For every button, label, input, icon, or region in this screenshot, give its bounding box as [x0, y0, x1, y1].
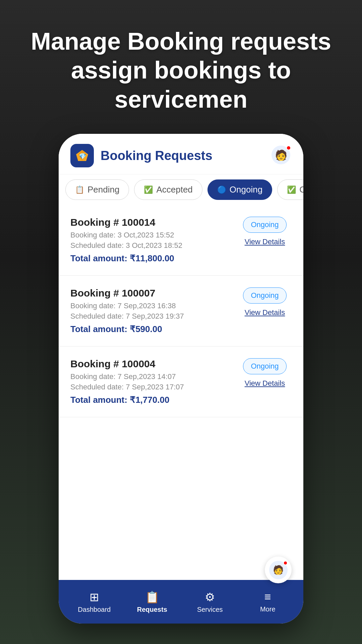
- booking-row: Booking # 100004 Booking date: 7 Sep,202…: [70, 358, 292, 405]
- total-amount: Total amount: ₹1,770.00: [70, 395, 238, 405]
- more-icon: ≡: [264, 590, 271, 603]
- status-badge: Ongoing: [243, 358, 286, 374]
- completed-icon: ✅: [287, 185, 296, 194]
- booking-date: Booking date: 7 Sep,2023 14:07: [70, 372, 238, 381]
- view-details-link[interactable]: View Details: [245, 308, 285, 317]
- services-icon: ⚙: [205, 590, 215, 604]
- booking-list: Booking # 100014 Booking date: 3 Oct,202…: [59, 205, 303, 580]
- table-row: Booking # 100014 Booking date: 3 Oct,202…: [59, 205, 303, 276]
- view-details-link[interactable]: View Details: [245, 379, 285, 388]
- tab-ongoing[interactable]: 🔵 Ongoing: [207, 179, 272, 200]
- phone-frame: 💎 Booking Requests 🧑 📋 Pending ✅ Accepte…: [59, 134, 303, 624]
- booking-row: Booking # 100007 Booking date: 7 Sep,202…: [70, 287, 292, 334]
- scheduled-date: Scheduled date: 7 Sep,2023 19:37: [70, 312, 238, 321]
- nav-label-services: Services: [197, 606, 223, 613]
- nav-label-requests: Requests: [137, 606, 167, 613]
- notification-avatar[interactable]: 🧑: [272, 146, 292, 166]
- booking-actions: Ongoing View Details: [238, 358, 292, 388]
- fab-notification-dot: [283, 561, 288, 565]
- status-badge: Ongoing: [243, 217, 286, 233]
- booking-info: Booking # 100014 Booking date: 3 Oct,202…: [70, 217, 238, 264]
- tab-accepted[interactable]: ✅ Accepted: [134, 179, 202, 200]
- dashboard-icon: ⊞: [89, 590, 99, 604]
- table-row: Booking # 100004 Booking date: 7 Sep,202…: [59, 346, 303, 417]
- booking-number: Booking # 100007: [70, 287, 238, 299]
- fab-button[interactable]: 🧑: [265, 556, 292, 583]
- svg-text:💎: 💎: [79, 153, 86, 160]
- nav-item-dashboard[interactable]: ⊞ Dashboard: [65, 590, 123, 613]
- app-logo: 💎: [70, 144, 94, 167]
- nav-item-requests[interactable]: 📋 Requests: [123, 590, 181, 613]
- bottom-nav: ⊞ Dashboard 📋 Requests ⚙ Services ≡ More: [59, 580, 303, 624]
- booking-actions: Ongoing View Details: [238, 287, 292, 317]
- tab-bar: 📋 Pending ✅ Accepted 🔵 Ongoing ✅ Con: [59, 174, 303, 205]
- status-badge: Ongoing: [243, 287, 286, 304]
- tab-pending[interactable]: 📋 Pending: [65, 179, 129, 200]
- pending-icon: 📋: [75, 185, 84, 194]
- booking-number: Booking # 100014: [70, 217, 238, 228]
- ongoing-icon: 🔵: [217, 185, 226, 194]
- booking-info: Booking # 100004 Booking date: 7 Sep,202…: [70, 358, 238, 405]
- app-header: 💎 Booking Requests 🧑: [59, 134, 303, 174]
- requests-icon: 📋: [145, 590, 159, 604]
- nav-label-dashboard: Dashboard: [78, 606, 111, 613]
- booking-actions: Ongoing View Details: [238, 217, 292, 246]
- total-amount: Total amount: ₹11,800.00: [70, 253, 238, 264]
- accepted-icon: ✅: [144, 185, 153, 194]
- nav-label-more: More: [260, 605, 276, 613]
- scheduled-date: Scheduled date: 3 Oct,2023 18:52: [70, 241, 238, 250]
- booking-number: Booking # 100004: [70, 358, 238, 370]
- booking-date: Booking date: 7 Sep,2023 16:38: [70, 302, 238, 310]
- scheduled-date: Scheduled date: 7 Sep,2023 17:07: [70, 383, 238, 391]
- booking-date: Booking date: 3 Oct,2023 15:52: [70, 231, 238, 239]
- hero-section: Manage Booking requests assign bookings …: [0, 0, 362, 134]
- fab-avatar: 🧑: [269, 561, 288, 579]
- tab-completed[interactable]: ✅ Con: [277, 179, 303, 200]
- app-title: Booking Requests: [101, 149, 272, 163]
- nav-item-more[interactable]: ≡ More: [239, 590, 297, 613]
- table-row: Booking # 100007 Booking date: 7 Sep,202…: [59, 276, 303, 346]
- booking-row: Booking # 100014 Booking date: 3 Oct,202…: [70, 217, 292, 264]
- view-details-link[interactable]: View Details: [245, 237, 285, 246]
- total-amount: Total amount: ₹590.00: [70, 324, 238, 334]
- booking-info: Booking # 100007 Booking date: 7 Sep,202…: [70, 287, 238, 334]
- hero-title: Manage Booking requests assign bookings …: [27, 27, 335, 114]
- nav-item-services[interactable]: ⚙ Services: [181, 590, 239, 613]
- notification-dot: [286, 146, 291, 150]
